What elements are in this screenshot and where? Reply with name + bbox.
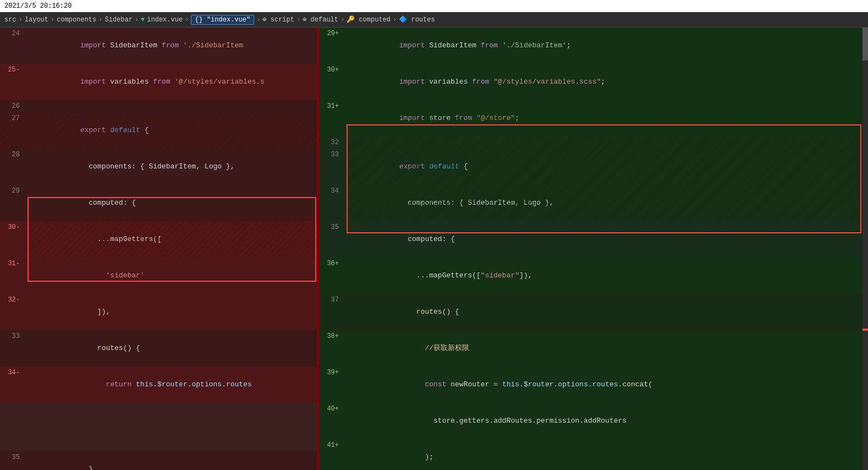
code-line-box1 xyxy=(0,403,317,415)
linenum-r-30: 30+ xyxy=(319,64,345,76)
scrollbar-marker1 xyxy=(862,329,868,331)
sep9: › xyxy=(393,16,397,24)
sep2: › xyxy=(51,16,54,24)
left-code-container: 24 import SidebarItem from './SidebarIte… xyxy=(0,28,317,470)
code-line-r-33: 33 export default { xyxy=(319,149,868,185)
linenum-32: 32- xyxy=(0,294,26,306)
code-line-r-31: 31+ import store from "@/store"; xyxy=(319,100,868,136)
right-panel-inner: 29+ import SidebarItem from './SidebarIt… xyxy=(319,28,868,470)
sep5: › xyxy=(185,16,189,24)
linecontent-25: import variables from '@/styles/variable… xyxy=(26,64,317,100)
breadcrumb-layout[interactable]: layout xyxy=(25,16,48,24)
breadcrumb-sidebar[interactable]: Sidebar xyxy=(105,16,132,24)
linecontent-r-35: computed: { xyxy=(345,221,868,258)
code-line-28: 28 components: { SidebarItem, Logo }, xyxy=(0,149,317,185)
linecontent-r-29: import SidebarItem from './SidebarItem'; xyxy=(345,28,868,64)
breadcrumb-default[interactable]: ⊕ default xyxy=(303,15,338,24)
breadcrumb-routes[interactable]: 🔷 routes xyxy=(399,15,435,24)
linecontent-30: ...mapGetters([ xyxy=(26,221,317,258)
linecontent-26 xyxy=(26,100,317,112)
code-line-r-29: 29+ import SidebarItem from './SidebarIt… xyxy=(319,28,868,64)
code-line-26: 26 xyxy=(0,100,317,112)
linenum-33: 33 xyxy=(0,330,26,342)
breadcrumb-active-tab[interactable]: {} "index.vue" xyxy=(191,15,254,25)
code-line-27: 27 export default { xyxy=(0,112,317,149)
code-line-31: 31- 'sidebar' xyxy=(0,258,317,294)
linenum-r-41: 41+ xyxy=(319,439,345,451)
linenum-r-38: 38+ xyxy=(319,330,345,342)
breadcrumb-src[interactable]: src xyxy=(4,16,17,24)
code-line-r-34: 34 components: { SidebarItem, Logo }, xyxy=(319,185,868,221)
code-line-30: 30- ...mapGetters([ xyxy=(0,221,317,258)
linenum-26: 26 xyxy=(0,100,26,112)
right-scrollbar[interactable] xyxy=(862,28,868,470)
code-line-32: 32- ]), xyxy=(0,294,317,330)
linecontent-r-31: import store from "@/store"; xyxy=(345,100,868,136)
code-line-box2 xyxy=(0,415,317,427)
code-line-r-41: 41+ ); xyxy=(319,439,868,470)
linecontent-r-39: const newRouter = this.$router.options.r… xyxy=(345,367,868,403)
linenum-28: 28 xyxy=(0,149,26,161)
linecontent-29: computed: { xyxy=(26,185,317,221)
linecontent-r-34: components: { SidebarItem, Logo }, xyxy=(345,185,868,221)
linenum-r-29: 29+ xyxy=(319,28,345,40)
linenum-r-35: 35 xyxy=(319,221,345,233)
code-line-r-30: 30+ import variables from "@/styles/vari… xyxy=(319,64,868,100)
code-line-24: 24 import SidebarItem from './SidebarIte… xyxy=(0,28,317,64)
scrollbar-thumb[interactable] xyxy=(862,28,868,61)
sep1: › xyxy=(19,16,23,24)
right-code-container: 29+ import SidebarItem from './SidebarIt… xyxy=(319,28,868,470)
linenum-r-34: 34 xyxy=(319,185,345,197)
code-line-r-36: 36+ ...mapGetters(["sidebar"]), xyxy=(319,258,868,294)
vue-icon: ▼ xyxy=(141,16,145,24)
linenum-r-31: 31+ xyxy=(319,100,345,112)
linecontent-r-32 xyxy=(345,136,868,149)
linecontent-r-40: store.getters.addRoutes.permission.addRo… xyxy=(345,403,868,439)
linenum-r-37: 37 xyxy=(319,294,345,306)
breadcrumb-indexvue[interactable]: index.vue xyxy=(147,16,183,24)
linecontent-r-33: export default { xyxy=(345,149,868,185)
sep4: › xyxy=(135,16,139,24)
linecontent-31: 'sidebar' xyxy=(26,258,317,294)
linecontent-34: return this.$router.options.routes xyxy=(26,367,317,403)
title-text: 2021/3/5 20:16:20 xyxy=(4,2,72,10)
linenum-31: 31- xyxy=(0,258,26,270)
linenum-r-32: 32 xyxy=(319,136,345,149)
right-panel: 29+ import SidebarItem from './SidebarIt… xyxy=(319,28,868,470)
breadcrumb-components[interactable]: components xyxy=(57,16,96,24)
title-bar: 2021/3/5 20:16:20 xyxy=(0,0,868,12)
linecontent-32: ]), xyxy=(26,294,317,330)
code-line-34: 34- return this.$router.options.routes xyxy=(0,367,317,403)
left-panel: 24 import SidebarItem from './SidebarIte… xyxy=(0,28,319,470)
code-line-r-32: 32 xyxy=(319,136,868,149)
linenum-25: 25- xyxy=(0,64,26,76)
linenum-r-36: 36+ xyxy=(319,258,345,270)
linecontent-r-37: routes() { xyxy=(345,294,868,330)
sep3: › xyxy=(98,16,102,24)
linecontent-r-30: import variables from "@/styles/variable… xyxy=(345,64,868,100)
main-area: 24 import SidebarItem from './SidebarIte… xyxy=(0,28,868,470)
breadcrumb-script[interactable]: ⊕ script xyxy=(262,15,294,24)
sep8: › xyxy=(340,16,344,24)
code-line-29: 29 computed: { xyxy=(0,185,317,221)
linenum-r-33: 33 xyxy=(319,149,345,161)
linecontent-33: routes() { xyxy=(26,330,317,367)
linecontent-27: export default { xyxy=(26,112,317,149)
code-line-r-35: 35 computed: { xyxy=(319,221,868,258)
code-line-25: 25- import variables from '@/styles/vari… xyxy=(0,64,317,100)
linecontent-r-36: ...mapGetters(["sidebar"]), xyxy=(345,258,868,294)
code-line-33: 33 routes() { xyxy=(0,330,317,367)
sep6: › xyxy=(256,16,260,24)
linenum-27: 27 xyxy=(0,112,26,124)
breadcrumb-computed[interactable]: 🔑 computed xyxy=(347,15,391,24)
code-line-35: 35 }, xyxy=(0,451,317,470)
linecontent-28: components: { SidebarItem, Logo }, xyxy=(26,149,317,185)
code-line-box3 xyxy=(0,427,317,439)
linenum-r-40: 40+ xyxy=(319,403,345,415)
code-line-r-40: 40+ store.getters.addRoutes.permission.a… xyxy=(319,403,868,439)
breadcrumb-bar: src › layout › components › Sidebar › ▼ … xyxy=(0,12,868,28)
left-panel-inner: 24 import SidebarItem from './SidebarIte… xyxy=(0,28,317,470)
code-line-r-39: 39+ const newRouter = this.$router.optio… xyxy=(319,367,868,403)
linenum-29: 29 xyxy=(0,185,26,197)
sep7: › xyxy=(296,16,300,24)
